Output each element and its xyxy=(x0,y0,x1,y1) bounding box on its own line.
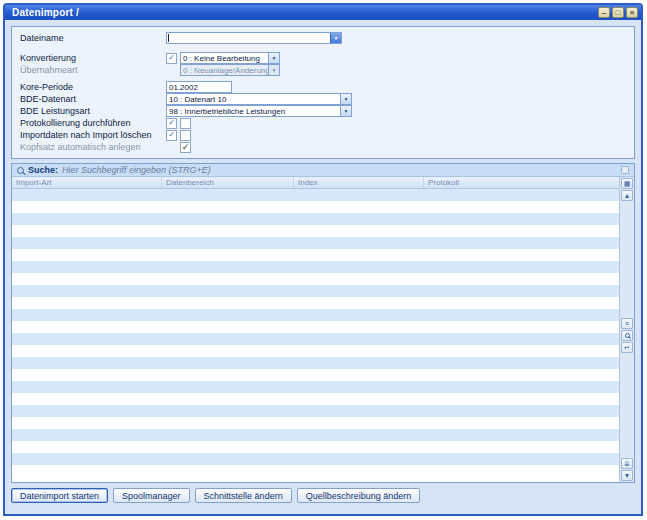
scroll-down-button[interactable]: ▼ xyxy=(621,470,633,481)
konvertierung-apply-toggle[interactable]: ✓ xyxy=(166,53,177,64)
chevron-down-icon: ▼ xyxy=(334,35,339,41)
table-row[interactable] xyxy=(12,429,619,441)
kore-periode-value: 01.2002 xyxy=(169,83,198,92)
enter-row-button[interactable]: ↵ xyxy=(621,342,633,353)
chevron-down-icon: ▼ xyxy=(344,108,349,114)
maximize-button[interactable]: □ xyxy=(612,7,624,18)
konvertierung-value: 0 : Keine Bearbeitung xyxy=(181,54,268,63)
table-row[interactable] xyxy=(12,213,619,225)
uebernahmeart-value: 0 : Neuanlage/Änderung xyxy=(181,66,268,75)
table-row[interactable] xyxy=(12,237,619,249)
table-row[interactable] xyxy=(12,357,619,369)
column-header-datenbereich[interactable]: Datenbereich xyxy=(162,177,294,188)
dateiname-input[interactable]: ▼ xyxy=(166,32,342,44)
search-icon xyxy=(17,167,24,174)
column-header-index[interactable]: Index xyxy=(294,177,424,188)
table-row[interactable] xyxy=(12,321,619,333)
table-row[interactable] xyxy=(12,453,619,465)
column-header-protokoll[interactable]: Protokoll xyxy=(424,177,619,188)
table-row[interactable] xyxy=(12,369,619,381)
check-icon: ✓ xyxy=(182,143,190,152)
check-icon: ✓ xyxy=(168,131,175,139)
chevron-down-icon: ▼ xyxy=(272,55,277,61)
schnittstelle-aendern-button[interactable]: Schnittstelle ändern xyxy=(195,488,292,503)
scroll-up-button[interactable]: ▲ xyxy=(621,190,633,201)
kopfsatz-label: Kopfsatz automatisch anlegen xyxy=(20,142,166,152)
table-row[interactable] xyxy=(12,393,619,405)
datenimport-starten-button[interactable]: Datenimport starten xyxy=(11,488,108,503)
table-row[interactable] xyxy=(12,225,619,237)
bde-leistungsart-dropdown-button[interactable]: ▼ xyxy=(340,106,351,116)
grid-main: Import-Art Datenbereich Index Protokoll xyxy=(12,177,619,482)
table-row[interactable] xyxy=(12,261,619,273)
spoolmanager-button[interactable]: Spoolmanager xyxy=(113,488,190,503)
table-row[interactable] xyxy=(12,465,619,477)
chevron-down-icon: ▼ xyxy=(272,67,277,73)
magnifier-icon xyxy=(625,333,630,338)
form-row-uebernahmeart: Übernahmeart 0 : Neuanlage/Änderung ▼ xyxy=(12,64,634,76)
table-row[interactable] xyxy=(12,285,619,297)
kopfsatz-checkbox[interactable]: ✓ xyxy=(180,142,191,153)
bde-leistungsart-value: 98 : Innerbetriebliche Leistungen xyxy=(167,107,340,116)
column-header-import-art[interactable]: Import-Art xyxy=(12,177,162,188)
bde-leistungsart-dropdown[interactable]: 98 : Innerbetriebliche Leistungen ▼ xyxy=(166,105,352,117)
bde-datenart-label: BDE-Datenart xyxy=(20,94,166,104)
bde-datenart-value: 10 : Datenart 10 xyxy=(167,95,340,104)
uebernahmeart-dropdown[interactable]: 0 : Neuanlage/Änderung ▼ xyxy=(180,64,280,76)
zoom-button[interactable] xyxy=(621,330,633,341)
konvertierung-dropdown[interactable]: 0 : Keine Bearbeitung ▼ xyxy=(180,52,280,64)
importdaten-loeschen-checkbox[interactable] xyxy=(180,130,191,141)
titlebar[interactable]: Datenimport / – □ × xyxy=(5,5,641,20)
table-row[interactable] xyxy=(12,273,619,285)
footer-toolbar: Datenimport starten Spoolmanager Schnitt… xyxy=(11,488,635,503)
table-row[interactable] xyxy=(12,345,619,357)
form-row-kopfsatz: Kopfsatz automatisch anlegen ✓ xyxy=(12,141,634,153)
table-row[interactable] xyxy=(12,333,619,345)
dateiname-label: Dateiname xyxy=(20,33,166,43)
client-area: Dateiname ▼ Konvertierung ✓ 0 : Keine Be… xyxy=(5,20,641,503)
search-bar[interactable]: Suche: Hier Suchbegriff eingeben (STRG+E… xyxy=(12,164,634,177)
browse-dropdown-button[interactable]: ▼ xyxy=(330,33,341,43)
table-body[interactable] xyxy=(12,189,619,482)
protokollierung-apply-toggle[interactable]: ✓ xyxy=(166,118,177,129)
kore-periode-input[interactable]: 01.2002 xyxy=(166,81,232,93)
table-row[interactable] xyxy=(12,201,619,213)
window-title: Datenimport / xyxy=(12,7,596,18)
form-row-importdaten-loeschen: Importdaten nach Import löschen ✓ xyxy=(12,129,634,141)
table-row[interactable] xyxy=(12,405,619,417)
bde-datenart-dropdown[interactable]: 10 : Datenart 10 ▼ xyxy=(166,93,352,105)
check-icon: ✓ xyxy=(168,119,175,127)
bde-datenart-dropdown-button[interactable]: ▼ xyxy=(340,94,351,104)
importdaten-apply-toggle[interactable]: ✓ xyxy=(166,130,177,141)
uebernahmeart-label: Übernahmeart xyxy=(20,65,166,75)
close-button[interactable]: × xyxy=(626,7,638,18)
grid-options-icon[interactable]: ▦ xyxy=(621,178,633,189)
protokollierung-checkbox[interactable] xyxy=(180,118,191,129)
table-row[interactable] xyxy=(12,249,619,261)
konvertierung-dropdown-button[interactable]: ▼ xyxy=(268,53,279,63)
list-view-button[interactable]: ≡ xyxy=(621,318,633,329)
result-grid: Import-Art Datenbereich Index Protokoll … xyxy=(12,177,634,482)
page-down-button[interactable]: ⇊ xyxy=(621,458,633,469)
table-row[interactable] xyxy=(12,441,619,453)
table-row[interactable] xyxy=(12,189,619,201)
form-row-kore-periode: Kore-Periode 01.2002 xyxy=(12,81,634,93)
table-row[interactable] xyxy=(12,297,619,309)
minimize-button[interactable]: – xyxy=(598,7,610,18)
table-panel: Suche: Hier Suchbegriff eingeben (STRG+E… xyxy=(11,163,635,483)
table-row[interactable] xyxy=(12,417,619,429)
table-row[interactable] xyxy=(12,381,619,393)
importdaten-loeschen-label: Importdaten nach Import löschen xyxy=(20,130,166,140)
search-label: Suche: xyxy=(28,165,58,175)
table-row[interactable] xyxy=(12,309,619,321)
search-placeholder: Hier Suchbegriff eingeben (STRG+E) xyxy=(62,165,211,175)
table-header: Import-Art Datenbereich Index Protokoll xyxy=(12,177,619,189)
form-row-protokollierung: Protokollierung durchführen ✓ xyxy=(12,117,634,129)
table-scrollbar: ▦ ▲ ≡ ↵ ⇊ ▼ xyxy=(619,177,634,482)
quellbeschreibung-aendern-button[interactable]: Quellbeschreibung ändern xyxy=(297,488,421,503)
uebernahmeart-dropdown-button[interactable]: ▼ xyxy=(268,65,279,75)
pin-icon[interactable] xyxy=(621,166,629,174)
konvertierung-label: Konvertierung xyxy=(20,53,166,63)
form-row-bde-leistungsart: BDE Leistungsart 98 : Innerbetriebliche … xyxy=(12,105,634,117)
form-row-dateiname: Dateiname ▼ xyxy=(12,32,634,44)
